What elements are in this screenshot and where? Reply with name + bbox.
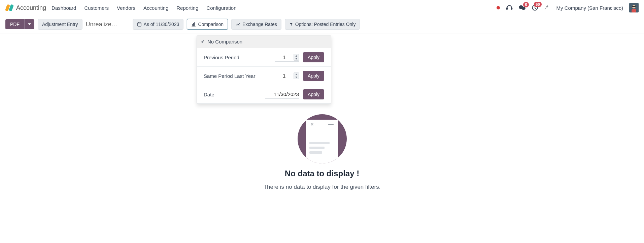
nav-customers[interactable]: Customers (84, 5, 109, 11)
nav-reporting[interactable]: Reporting (176, 5, 198, 11)
empty-title: No data to display ! (285, 169, 359, 178)
no-comparison-option[interactable]: ✔ No Comparison (197, 35, 331, 48)
app-logo[interactable] (5, 4, 13, 12)
svg-rect-17 (195, 22, 195, 26)
date-input[interactable] (265, 90, 299, 99)
company-name[interactable]: My Company (San Francisco) (556, 5, 623, 11)
empty-subtitle: There is no data to display for the give… (264, 184, 381, 190)
svg-rect-2 (506, 8, 507, 9)
options-filter-label: Options: Posted Entries Only (295, 22, 356, 27)
breadcrumb: Unrealized Currency Gains/Losses (86, 21, 118, 28)
check-icon: ✔ (201, 39, 205, 44)
pdf-button[interactable]: PDF (5, 19, 24, 29)
support-icon[interactable] (506, 4, 513, 11)
comparison-dropdown: ✔ No Comparison Previous Period ▲ ▼ Appl… (197, 35, 331, 104)
activities-badge: 50 (534, 2, 541, 7)
previous-period-up[interactable]: ▲ (294, 54, 299, 57)
same-period-input[interactable] (275, 71, 294, 80)
same-period-apply-button[interactable]: Apply (303, 71, 324, 81)
svg-rect-3 (511, 8, 512, 9)
svg-rect-9 (632, 9, 636, 12)
pdf-button-group: PDF (5, 19, 34, 29)
svg-rect-11 (137, 23, 141, 26)
previous-period-row: Previous Period ▲ ▼ Apply (197, 48, 331, 67)
exchange-rates-label: Exchange Rates (242, 22, 277, 27)
systray: 5 50 My Company (San Francisco) (497, 3, 639, 12)
svg-rect-16 (193, 23, 194, 26)
same-period-down[interactable]: ▼ (294, 76, 299, 79)
pdf-dropdown-toggle[interactable] (24, 19, 34, 29)
navbar: Accounting Dashboard Customers Vendors A… (0, 0, 644, 16)
options-filter-button[interactable]: Options: Posted Entries Only (285, 19, 360, 30)
adjustment-entry-button[interactable]: Adjustment Entry (38, 19, 82, 30)
comparison-filter-button[interactable]: Comparison (187, 19, 228, 30)
nav-configuration[interactable]: Configuration (206, 5, 236, 11)
no-comparison-label: No Comparison (207, 39, 242, 44)
recording-indicator-icon (497, 6, 500, 9)
svg-rect-15 (192, 24, 193, 26)
control-panel: PDF Adjustment Entry Unrealized Currency… (0, 16, 644, 33)
exchange-rates-button[interactable]: Exchange Rates (231, 19, 281, 30)
previous-period-apply-button[interactable]: Apply (303, 52, 324, 62)
messages-icon[interactable]: 5 (519, 5, 526, 11)
comparison-filter-label: Comparison (198, 22, 223, 27)
svg-rect-10 (632, 6, 636, 7)
tools-icon[interactable] (544, 5, 550, 11)
same-period-spinbox: ▲ ▼ (275, 71, 299, 80)
nav-vendors[interactable]: Vendors (117, 5, 135, 11)
bar-chart-icon (191, 22, 196, 27)
same-period-label: Same Period Last Year (204, 73, 255, 79)
date-apply-button[interactable]: Apply (303, 89, 324, 99)
same-period-row: Same Period Last Year ▲ ▼ Apply (197, 67, 331, 85)
doc-x-icon (311, 123, 313, 126)
line-chart-icon (236, 22, 240, 27)
caret-down-icon (28, 23, 31, 25)
date-label: Date (204, 92, 214, 97)
avatar[interactable] (629, 3, 639, 12)
calendar-icon (137, 22, 142, 27)
date-filter-button[interactable]: As of 11/30/2023 (133, 19, 184, 30)
previous-period-label: Previous Period (204, 55, 239, 60)
messages-badge: 5 (523, 2, 529, 7)
same-period-up[interactable]: ▲ (294, 73, 299, 76)
nav-dashboard[interactable]: Dashboard (52, 5, 76, 11)
date-filter-label: As of 11/30/2023 (144, 22, 179, 27)
nav-accounting[interactable]: Accounting (143, 5, 168, 11)
previous-period-spinbox: ▲ ▼ (275, 53, 299, 62)
previous-period-down[interactable]: ▼ (294, 57, 299, 60)
date-row: Date Apply (197, 85, 331, 103)
filter-icon (289, 22, 293, 27)
nav-menu: Dashboard Customers Vendors Accounting R… (52, 5, 497, 11)
brand-title[interactable]: Accounting (16, 4, 46, 11)
activities-icon[interactable]: 50 (532, 4, 538, 11)
previous-period-input[interactable] (275, 53, 294, 61)
empty-state-illustration (298, 114, 347, 163)
